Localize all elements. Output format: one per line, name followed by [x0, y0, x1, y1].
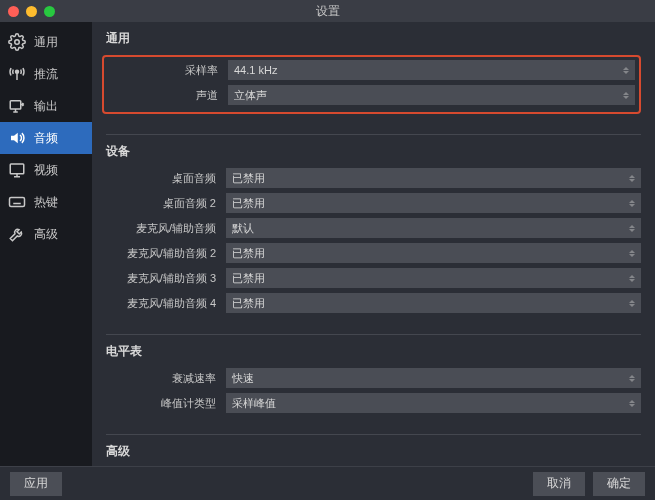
audio-icon — [8, 129, 26, 147]
gear-icon — [8, 33, 26, 51]
chevron-updown-icon — [623, 64, 631, 76]
sidebar-item-stream[interactable]: 推流 — [0, 58, 92, 90]
desktop-audio-select[interactable]: 已禁用 — [226, 168, 641, 188]
chevron-updown-icon — [623, 89, 631, 101]
keyboard-icon — [8, 193, 26, 211]
sidebar-item-label: 通用 — [34, 34, 58, 51]
select-value: 已禁用 — [232, 296, 265, 311]
main-panel: 通用 采样率 44.1 kHz 声道 立体声 — [92, 22, 655, 466]
titlebar: 设置 — [0, 0, 655, 22]
sample-rate-label: 采样率 — [108, 63, 228, 78]
select-value: 快速 — [232, 371, 254, 386]
channel-label: 声道 — [108, 88, 228, 103]
select-value: 采样峰值 — [232, 396, 276, 411]
section-title: 电平表 — [106, 343, 641, 360]
mic-aux-3-label: 麦克风/辅助音频 3 — [106, 271, 226, 286]
section-title: 设备 — [106, 143, 641, 160]
chevron-updown-icon — [629, 247, 637, 259]
highlight-annotation: 采样率 44.1 kHz 声道 立体声 — [102, 55, 641, 114]
sidebar-item-general[interactable]: 通用 — [0, 26, 92, 58]
mic-aux-2-label: 麦克风/辅助音频 2 — [106, 246, 226, 261]
peak-type-select[interactable]: 采样峰值 — [226, 393, 641, 413]
select-value: 立体声 — [234, 88, 267, 103]
svg-rect-3 — [10, 164, 24, 174]
chevron-updown-icon — [629, 372, 637, 384]
chevron-updown-icon — [629, 197, 637, 209]
sidebar: 通用 推流 输出 音频 视频 热键 高级 — [0, 22, 92, 466]
sidebar-item-label: 热键 — [34, 194, 58, 211]
window-title: 设置 — [0, 3, 655, 20]
mic-aux-4-select[interactable]: 已禁用 — [226, 293, 641, 313]
decay-rate-label: 衰减速率 — [106, 371, 226, 386]
desktop-audio-2-label: 桌面音频 2 — [106, 196, 226, 211]
channel-select[interactable]: 立体声 — [228, 85, 635, 105]
sidebar-item-label: 音频 — [34, 130, 58, 147]
chevron-updown-icon — [629, 272, 637, 284]
chevron-updown-icon — [629, 172, 637, 184]
video-icon — [8, 161, 26, 179]
sample-rate-select[interactable]: 44.1 kHz — [228, 60, 635, 80]
sidebar-item-label: 推流 — [34, 66, 58, 83]
footer: 应用 取消 确定 — [0, 466, 655, 500]
mic-aux-2-select[interactable]: 已禁用 — [226, 243, 641, 263]
sidebar-item-advanced[interactable]: 高级 — [0, 218, 92, 250]
select-value: 默认 — [232, 221, 254, 236]
section-meters: 电平表 衰减速率快速 峰值计类型采样峰值 — [106, 334, 641, 426]
apply-button[interactable]: 应用 — [10, 472, 62, 496]
svg-rect-2 — [10, 101, 21, 109]
sidebar-item-label: 高级 — [34, 226, 58, 243]
select-value: 已禁用 — [232, 171, 265, 186]
tools-icon — [8, 225, 26, 243]
peak-type-label: 峰值计类型 — [106, 396, 226, 411]
svg-point-1 — [16, 70, 19, 73]
chevron-updown-icon — [629, 222, 637, 234]
section-advanced: 高级 监听设备默认 — [106, 434, 641, 466]
ok-button[interactable]: 确定 — [593, 472, 645, 496]
svg-point-0 — [15, 40, 20, 45]
sidebar-item-video[interactable]: 视频 — [0, 154, 92, 186]
section-title: 高级 — [106, 443, 641, 460]
broadcast-icon — [8, 65, 26, 83]
section-general: 通用 采样率 44.1 kHz 声道 立体声 — [106, 30, 641, 126]
decay-rate-select[interactable]: 快速 — [226, 368, 641, 388]
sidebar-item-output[interactable]: 输出 — [0, 90, 92, 122]
mic-aux-label: 麦克风/辅助音频 — [106, 221, 226, 236]
chevron-updown-icon — [629, 297, 637, 309]
sidebar-item-audio[interactable]: 音频 — [0, 122, 92, 154]
output-icon — [8, 97, 26, 115]
chevron-updown-icon — [629, 397, 637, 409]
sidebar-item-label: 输出 — [34, 98, 58, 115]
select-value: 已禁用 — [232, 196, 265, 211]
sidebar-item-label: 视频 — [34, 162, 58, 179]
mic-aux-3-select[interactable]: 已禁用 — [226, 268, 641, 288]
sidebar-item-hotkeys[interactable]: 热键 — [0, 186, 92, 218]
select-value: 已禁用 — [232, 271, 265, 286]
mic-aux-select[interactable]: 默认 — [226, 218, 641, 238]
svg-rect-4 — [10, 198, 25, 207]
section-devices: 设备 桌面音频已禁用 桌面音频 2已禁用 麦克风/辅助音频默认 麦克风/辅助音频… — [106, 134, 641, 326]
mic-aux-4-label: 麦克风/辅助音频 4 — [106, 296, 226, 311]
select-value: 44.1 kHz — [234, 64, 277, 76]
desktop-audio-2-select[interactable]: 已禁用 — [226, 193, 641, 213]
desktop-audio-label: 桌面音频 — [106, 171, 226, 186]
cancel-button[interactable]: 取消 — [533, 472, 585, 496]
select-value: 已禁用 — [232, 246, 265, 261]
section-title: 通用 — [106, 30, 641, 47]
